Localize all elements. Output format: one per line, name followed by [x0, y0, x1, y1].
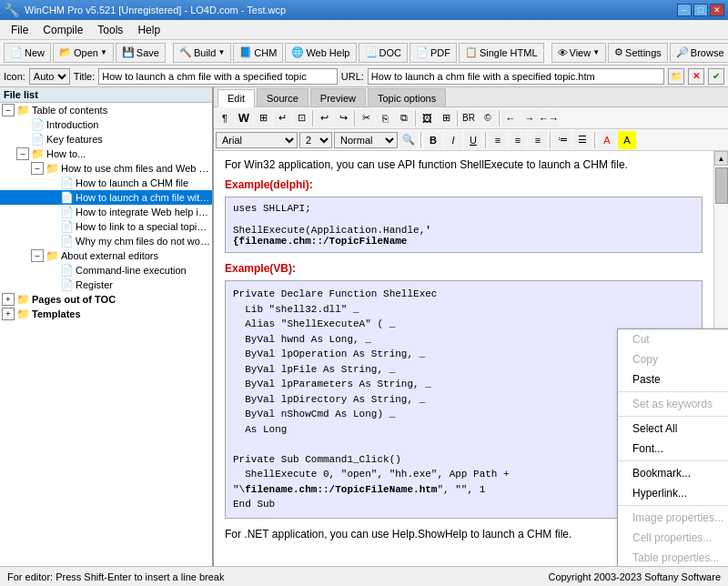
tree-item-howusechm[interactable]: – 📁 How to use chm files and Web Hel	[0, 161, 212, 176]
tree-item-whychm[interactable]: 📄 Why my chm files do not work...	[0, 234, 212, 248]
et-zoomin-btn[interactable]: 🔍	[399, 131, 418, 149]
tree-item-toc[interactable]: – 📁 Table of contents	[0, 103, 212, 117]
tab-edit[interactable]: Edit	[217, 89, 255, 107]
et-grid-btn[interactable]: ⊞	[254, 109, 272, 127]
et-copy-btn[interactable]: ⎘	[376, 109, 394, 127]
et-alignright-btn[interactable]: ≡	[529, 131, 547, 149]
et-outdent-btn[interactable]: ←→	[540, 109, 558, 127]
et-fontcolor-btn[interactable]: A	[598, 131, 616, 149]
open-button[interactable]: 📂 Open ▼	[53, 43, 114, 63]
tree-item-templates[interactable]: + 📁 Templates	[0, 307, 212, 321]
size-select[interactable]: 2	[299, 132, 332, 148]
settings-button[interactable]: ⚙ Settings	[608, 43, 668, 63]
url-input[interactable]	[368, 68, 664, 85]
et-bold2-btn[interactable]: B	[424, 131, 442, 149]
pagesout-expand-icon[interactable]: +	[2, 293, 15, 306]
howusechm-expand-icon[interactable]: –	[31, 162, 44, 175]
icon-select[interactable]: Auto	[29, 68, 70, 85]
et-table-btn[interactable]: ⊞	[437, 109, 455, 127]
save-button[interactable]: 💾 Save	[116, 43, 166, 63]
title-input[interactable]	[98, 68, 338, 85]
et-copy2-btn[interactable]: ©	[479, 109, 497, 127]
minimize-button[interactable]: –	[677, 4, 692, 16]
doc-button[interactable]: 📃 DOC	[359, 43, 408, 63]
ctx-cellprops[interactable]: Cell properties...	[618, 528, 728, 548]
et-box-btn[interactable]: ⊡	[292, 109, 310, 127]
editor-toolbar-1: ¶ W ⊞ ↵ ⊡ ↩ ↪ ✂ ⎘ ⧉ 🖼 ⊞ BR © ← → ←→	[214, 107, 728, 129]
toc-expand-icon[interactable]: –	[2, 104, 15, 116]
et-olist-btn[interactable]: ≔	[553, 131, 571, 149]
ctx-tableprops[interactable]: Table properties...	[618, 548, 728, 566]
et-redo-btn[interactable]: ↪	[334, 109, 352, 127]
ctx-cut[interactable]: Cut	[618, 329, 728, 349]
external-expand-icon[interactable]: –	[31, 249, 44, 262]
et-aligncenter-btn[interactable]: ≡	[509, 131, 527, 149]
tab-topicoptions[interactable]: Topic options	[368, 88, 446, 106]
tab-preview[interactable]: Preview	[310, 88, 366, 106]
view-button[interactable]: 👁 View ▼	[551, 43, 607, 63]
build-button[interactable]: 🔨 Build ▼	[173, 43, 231, 63]
menu-file[interactable]: File	[4, 22, 35, 38]
et-bold-btn[interactable]: W	[235, 109, 253, 127]
templates-expand-icon[interactable]: +	[2, 308, 15, 320]
file-list-tree[interactable]: – 📁 Table of contents 📄 Introduction 📄 K…	[0, 103, 212, 566]
pdf-button[interactable]: 📄 PDF	[410, 43, 457, 63]
webhelp-button[interactable]: 🌐 Web Help	[285, 43, 356, 63]
et-underline-btn[interactable]: U	[464, 131, 482, 149]
keyfeatures-label: Key features	[46, 134, 103, 145]
ctx-setkeywords[interactable]: Set as keywords	[618, 394, 728, 414]
browse-button[interactable]: 🔎 Browse	[670, 43, 728, 63]
open-icon: 📂	[59, 46, 72, 58]
menu-help[interactable]: Help	[130, 22, 167, 38]
et-italic-btn[interactable]: I	[444, 131, 462, 149]
tree-item-launchchmwith[interactable]: 📄 How to launch a chm file with a	[0, 190, 212, 205]
tree-item-keyfeatures[interactable]: 📄 Key features	[0, 132, 212, 146]
tree-item-register[interactable]: 📄 Register	[0, 278, 212, 292]
font-select[interactable]: Arial	[216, 132, 298, 148]
et-ulist-btn[interactable]: ☰	[573, 131, 592, 149]
scroll-up-button[interactable]: ▲	[714, 151, 728, 166]
ctx-hyperlink[interactable]: Hyperlink...	[618, 483, 728, 503]
close-button[interactable]: ✕	[710, 4, 724, 16]
pdf-icon: 📄	[416, 46, 429, 58]
et-paste-btn[interactable]: ⧉	[395, 109, 413, 127]
ctx-copy[interactable]: Copy	[618, 349, 728, 369]
addr-folder-button[interactable]: 📁	[668, 68, 684, 85]
tab-source[interactable]: Source	[257, 88, 308, 106]
tree-item-cmdline[interactable]: 📄 Command-line execution	[0, 263, 212, 278]
tree-item-external[interactable]: – 📁 About external editors	[0, 248, 212, 263]
intro-label: Introduction	[46, 119, 98, 130]
howto-expand-icon[interactable]: –	[16, 147, 29, 160]
ctx-bookmark[interactable]: Bookmark...	[618, 463, 728, 483]
et-undo-btn[interactable]: ↩	[315, 109, 333, 127]
tree-item-howto[interactable]: – 📁 How to...	[0, 146, 212, 161]
et-br-btn[interactable]: BR	[460, 109, 478, 127]
et-highlight-btn[interactable]: A	[618, 131, 636, 149]
et-paragraph-btn[interactable]: ¶	[216, 109, 234, 127]
tree-item-launchchm[interactable]: 📄 How to launch a CHM file	[0, 176, 212, 190]
addr-x-button[interactable]: ✕	[688, 68, 704, 85]
tree-item-integrate[interactable]: 📄 How to integrate Web help into...	[0, 205, 212, 219]
tree-item-pagesout[interactable]: + 📁 Pages out of TOC	[0, 292, 212, 307]
et-cut-btn[interactable]: ✂	[357, 109, 375, 127]
ctx-imageprops[interactable]: Image properties...	[618, 508, 728, 528]
et-alignleft-btn[interactable]: ≡	[489, 131, 507, 149]
menu-compile[interactable]: Compile	[35, 22, 90, 38]
ctx-paste[interactable]: Paste	[618, 369, 728, 389]
addr-check-button[interactable]: ✔	[708, 68, 724, 85]
tree-item-intro[interactable]: 📄 Introduction	[0, 117, 212, 132]
tree-item-link[interactable]: 📄 How to link to a special topic in...	[0, 219, 212, 234]
style-select[interactable]: Normal	[334, 132, 398, 148]
maximize-button[interactable]: □	[693, 4, 708, 16]
et-enter-btn[interactable]: ↵	[273, 109, 291, 127]
scroll-thumb[interactable]	[715, 167, 728, 204]
et-alignl-btn[interactable]: ←	[501, 109, 520, 127]
singlehtml-button[interactable]: 📋 Single HTML	[459, 43, 544, 63]
new-button[interactable]: 📄 New	[4, 43, 51, 63]
chm-button[interactable]: 📘 CHM	[233, 43, 283, 63]
et-indent-btn[interactable]: →	[521, 109, 539, 127]
ctx-font[interactable]: Font...	[618, 439, 728, 459]
ctx-selectall[interactable]: Select All	[618, 419, 728, 439]
et-image-btn[interactable]: 🖼	[418, 109, 436, 127]
menu-tools[interactable]: Tools	[90, 22, 130, 38]
